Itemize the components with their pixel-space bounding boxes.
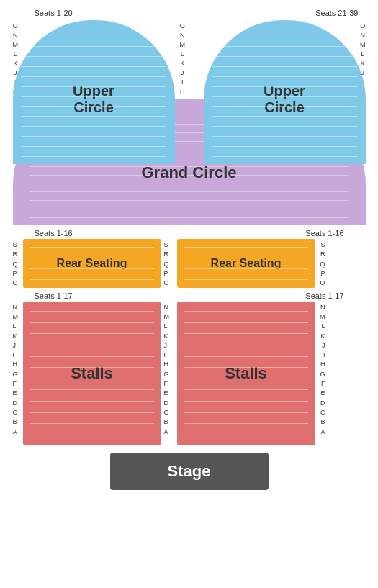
upper-circle-left: UpperCircle	[13, 20, 175, 164]
rear-seats-label-right: Seats 1-16	[305, 229, 343, 238]
stalls-center-letters: N M L K J I H G F E D C B A	[164, 302, 174, 445]
seats-label-right: Seats 21-39	[315, 9, 358, 17]
stalls-right-label: Stalls	[225, 364, 267, 383]
lower-section: Seats 1-16 Seats 1-16 S R Q P O Rear Sea…	[13, 229, 366, 490]
rear-seating-left[interactable]: Rear Seating	[23, 239, 161, 288]
rear-seats-labels: Seats 1-16 Seats 1-16	[13, 229, 366, 238]
upper-circle-right: UpperCircle	[204, 20, 366, 164]
upper-circle-right-label: UpperCircle	[264, 83, 305, 116]
stalls-seats-label-left: Seats 1-17	[35, 291, 73, 300]
rear-center-letters: S R Q P O	[164, 239, 174, 289]
rear-left-letters: S R Q P O	[13, 239, 23, 289]
seats-label-left: Seats 1-20	[35, 9, 73, 17]
rear-seating-right[interactable]: Rear Seating	[177, 239, 315, 288]
stalls-seats-labels: Seats 1-17 Seats 1-17	[13, 291, 366, 300]
stage-container: Stage	[13, 453, 366, 490]
stalls-right[interactable]: Stalls	[177, 302, 315, 445]
rear-right-letters: S R Q P O	[315, 239, 325, 289]
stalls-seats-label-right: Seats 1-17	[305, 291, 343, 300]
stalls-left-letters: N M L K J I H G F E D C B A	[13, 302, 23, 445]
rear-seats-label-left: Seats 1-16	[35, 229, 73, 238]
rear-seating-right-label: Rear Seating	[211, 257, 282, 270]
stalls-left-label: Stalls	[71, 364, 113, 383]
rear-seating-left-label: Rear Seating	[57, 257, 127, 270]
grand-circle-label: Grand Circle	[141, 163, 236, 182]
upper-circle-left-label: UpperCircle	[73, 83, 114, 116]
upper-center-row-letters: O N M L K J I H G	[180, 22, 186, 106]
seating-map: Seats 1-20 Seats 21-39 O N M L K J I H G…	[0, 0, 378, 588]
stalls-left[interactable]: Stalls	[23, 302, 161, 445]
stage: Stage	[110, 453, 269, 490]
upper-section: Seats 1-20 Seats 21-39 O N M L K J I H G…	[13, 9, 366, 225]
stalls-right-letters: N M L K J I H G F E D C B A	[315, 302, 325, 445]
